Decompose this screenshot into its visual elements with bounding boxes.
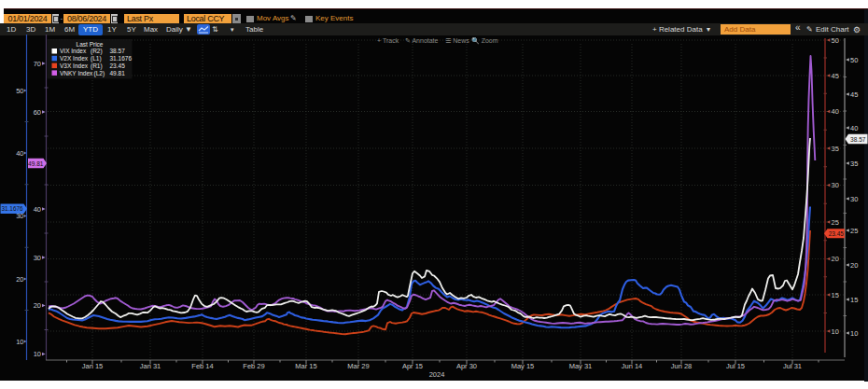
svg-text:20: 20 [832,255,839,263]
svg-text:20: 20 [34,301,41,310]
svg-text:45: 45 [850,90,858,99]
svg-text:40: 40 [34,205,41,214]
svg-text:(L1): (L1) [91,55,102,63]
svg-text:Mar 15: Mar 15 [295,362,316,370]
svg-text:60: 60 [34,108,41,117]
svg-text:25: 25 [832,218,839,227]
svg-text:(R1): (R1) [91,63,103,70]
svg-text:10: 10 [34,350,41,358]
svg-text:V2X Index: V2X Index [60,55,89,62]
svg-text:May 31: May 31 [569,362,593,370]
svg-text:20: 20 [850,261,858,270]
svg-text:V3X Index: V3X Index [60,63,89,69]
svg-text:50: 50 [16,87,23,95]
svg-text:☰ News: ☰ News [445,37,469,44]
svg-text:49.81: 49.81 [110,70,126,76]
svg-text:VNKY Index: VNKY Index [60,70,93,76]
svg-text:10: 10 [16,338,23,346]
svg-text:+ Track: + Track [377,37,399,44]
svg-text:Jan 15: Jan 15 [82,362,104,370]
svg-text:23.45: 23.45 [829,230,844,237]
svg-text:(L2): (L2) [94,70,105,77]
svg-text:10: 10 [832,327,839,336]
svg-text:Jun 28: Jun 28 [671,362,693,370]
svg-text:VIX Index: VIX Index [60,48,87,54]
svg-text:Jun 14: Jun 14 [622,362,643,370]
svg-text:May 15: May 15 [511,362,535,370]
svg-text:Jul 31: Jul 31 [783,362,802,370]
svg-text:31.1676: 31.1676 [1,205,23,212]
svg-text:Apr 30: Apr 30 [456,362,477,370]
svg-text:31.1676: 31.1676 [110,55,133,62]
svg-text:50: 50 [832,36,839,45]
svg-text:Jul 15: Jul 15 [726,362,745,370]
svg-text:✎ Annotate: ✎ Annotate [405,37,439,44]
svg-text:20: 20 [16,275,23,284]
svg-text:2024: 2024 [429,370,445,379]
svg-text:Apr 15: Apr 15 [402,362,423,370]
svg-text:38.57: 38.57 [850,136,866,143]
svg-text:Jan 31: Jan 31 [140,362,161,370]
svg-text:15: 15 [850,296,858,304]
svg-text:30: 30 [832,181,839,189]
svg-text:50: 50 [850,56,858,64]
svg-text:25: 25 [850,227,858,235]
svg-text:Mar 29: Mar 29 [347,362,369,370]
svg-text:Feb 29: Feb 29 [243,362,264,370]
svg-text:30: 30 [850,195,858,203]
svg-text:70: 70 [34,60,41,68]
svg-text:49.81: 49.81 [28,160,44,167]
svg-text:35: 35 [832,145,839,153]
svg-text:45: 45 [832,72,839,80]
svg-text:Feb 14: Feb 14 [191,362,213,370]
svg-text:(R2): (R2) [91,48,103,55]
svg-text:🔍 Zoom: 🔍 Zoom [471,36,498,45]
svg-text:35: 35 [850,160,858,168]
svg-text:30: 30 [34,254,41,262]
svg-text:40: 40 [832,107,839,116]
svg-text:10: 10 [850,329,858,338]
svg-text:15: 15 [832,291,839,299]
svg-text:40: 40 [850,124,858,132]
svg-text:38.57: 38.57 [110,48,126,54]
svg-text:Last Price: Last Price [77,41,104,48]
svg-text:40: 40 [16,149,23,158]
svg-text:23.45: 23.45 [110,63,126,69]
